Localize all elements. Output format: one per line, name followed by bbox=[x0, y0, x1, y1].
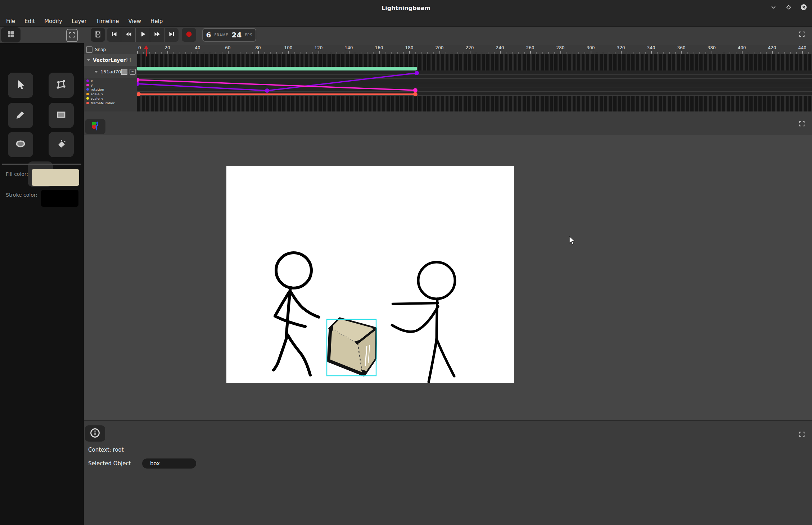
stroke-color-swatch[interactable] bbox=[41, 190, 78, 207]
snap-label: Snap bbox=[95, 47, 106, 52]
keyframe-dot-frameNumber[interactable] bbox=[137, 92, 141, 96]
current-frame-value: 6 bbox=[206, 31, 211, 39]
menu-file[interactable]: File bbox=[1, 16, 20, 27]
lightningbeam-window: Lightningbeam FileEditModifyLayerTimelin… bbox=[0, 0, 812, 525]
record-icon bbox=[185, 30, 193, 40]
layer-name: VectorLayer bbox=[93, 57, 126, 63]
selected-object-label: Selected Object bbox=[88, 460, 131, 467]
selected-object-input[interactable]: box bbox=[142, 458, 196, 469]
object-tilde-button[interactable]: ~ bbox=[130, 69, 136, 75]
expand-icon bbox=[798, 30, 806, 40]
diamond-button[interactable] bbox=[785, 4, 793, 12]
box-object[interactable] bbox=[328, 319, 378, 376]
timeline-grid[interactable]: 0204060801001201401601802002202402602803… bbox=[137, 45, 812, 111]
stroke-color-label: Stroke color: bbox=[6, 192, 37, 198]
film-icon bbox=[93, 29, 103, 40]
keyframe-dot-frameNumber[interactable] bbox=[413, 92, 418, 96]
playhead-stem bbox=[146, 49, 147, 56]
object-color-button[interactable] bbox=[121, 69, 127, 75]
animation-stage[interactable] bbox=[226, 166, 514, 383]
animation-curves bbox=[137, 45, 812, 111]
right-stick-figure[interactable] bbox=[392, 262, 455, 382]
tools-panel-header bbox=[0, 27, 84, 43]
pencil-tool-button[interactable] bbox=[8, 103, 33, 128]
canvas-panel bbox=[84, 111, 812, 420]
paint-bucket-tool-button[interactable] bbox=[49, 132, 74, 157]
menu-timeline[interactable]: Timeline bbox=[91, 16, 124, 27]
menu-view[interactable]: View bbox=[123, 16, 146, 27]
snap-checkbox[interactable] bbox=[86, 46, 93, 53]
close-circle-button[interactable] bbox=[800, 4, 808, 12]
property-dot-icon bbox=[86, 102, 89, 104]
property-row-x[interactable]: x bbox=[84, 78, 137, 83]
expand-icon bbox=[798, 430, 806, 440]
keyframe-dot-x[interactable] bbox=[265, 88, 269, 93]
layers-column: Snap VectorLayer [L] 151ad70a... ~ xyrot… bbox=[84, 45, 137, 111]
shapes-logo-icon bbox=[90, 120, 101, 133]
transform-tool-button[interactable] bbox=[49, 73, 74, 98]
menu-help[interactable]: Help bbox=[146, 16, 167, 27]
skip-to-end-button[interactable] bbox=[164, 28, 179, 42]
chevron-down-button[interactable] bbox=[770, 4, 777, 12]
property-row-frameNumber[interactable]: frameNumber bbox=[84, 101, 137, 105]
collapse-triangle-icon[interactable] bbox=[87, 59, 90, 61]
window-title: Lightningbeam bbox=[0, 0, 812, 16]
play-button[interactable] bbox=[136, 28, 150, 42]
frame-unit-label: FRAME bbox=[214, 33, 228, 37]
chevron-down-icon bbox=[770, 3, 777, 13]
canvas-expand-button[interactable] bbox=[798, 120, 806, 129]
rewind-icon bbox=[124, 30, 133, 40]
fill-color-label: Fill color: bbox=[6, 171, 28, 177]
stage-drawing bbox=[226, 166, 514, 383]
menu-layer[interactable]: Layer bbox=[67, 16, 91, 27]
property-row-scale_x[interactable]: scale_x bbox=[84, 92, 137, 96]
title-bar: Lightningbeam bbox=[0, 0, 812, 16]
inspector-panel: Context: root Selected Object box bbox=[84, 420, 812, 525]
frame-indicator: 6 FRAME 24 FPS bbox=[202, 28, 256, 42]
panel-grid-button[interactable] bbox=[1, 27, 21, 42]
layer-row-vectorlayer[interactable]: VectorLayer [L] bbox=[84, 54, 137, 66]
property-row-y[interactable]: y bbox=[84, 83, 137, 87]
tool-sidebar: Fill color: Stroke color: bbox=[0, 27, 84, 525]
fill-color-swatch[interactable] bbox=[32, 169, 79, 186]
collapse-triangle-icon[interactable] bbox=[94, 71, 98, 73]
timeline-menu-button[interactable] bbox=[91, 28, 105, 42]
keyframe-dot-y[interactable] bbox=[137, 78, 139, 82]
tools-expand-button[interactable] bbox=[66, 29, 78, 42]
rectangle-icon bbox=[55, 109, 67, 122]
canvas-tab-button[interactable] bbox=[85, 119, 105, 134]
rectangle-tool-button[interactable] bbox=[49, 103, 74, 128]
window-controls bbox=[770, 0, 808, 16]
diamond-icon bbox=[785, 3, 793, 13]
skip-to-start-button[interactable] bbox=[107, 28, 121, 42]
object-row-151ad70a[interactable]: 151ad70a... ~ bbox=[84, 66, 137, 78]
keyframe-dot-x[interactable] bbox=[137, 82, 139, 86]
property-dot-icon bbox=[86, 79, 89, 82]
layer-tag: [L] bbox=[126, 58, 131, 62]
property-label: scale_y bbox=[91, 96, 103, 100]
ellipse-icon bbox=[14, 138, 27, 151]
property-dot-icon bbox=[86, 97, 89, 100]
property-label: rotation bbox=[91, 87, 104, 91]
menu-modify[interactable]: Modify bbox=[40, 16, 67, 27]
property-label: frameNumber bbox=[91, 101, 114, 105]
menu-edit[interactable]: Edit bbox=[20, 16, 40, 27]
keyframe-dot-y[interactable] bbox=[413, 88, 418, 92]
property-label: scale_x bbox=[91, 92, 103, 96]
cursor-tool-button[interactable] bbox=[8, 73, 33, 98]
property-row-rotation[interactable]: rotation bbox=[84, 87, 137, 92]
fast-forward-button[interactable] bbox=[150, 28, 164, 42]
inspector-tab-button[interactable] bbox=[85, 425, 105, 442]
record-button[interactable] bbox=[182, 28, 196, 42]
toolbar-divider bbox=[2, 164, 81, 165]
transport-controls bbox=[107, 28, 179, 42]
cursor-icon bbox=[14, 78, 27, 92]
rewind-button[interactable] bbox=[121, 28, 136, 42]
playhead[interactable] bbox=[144, 45, 148, 56]
property-row-scale_y[interactable]: scale_y bbox=[84, 96, 137, 101]
keyframe-dot-x[interactable] bbox=[415, 71, 419, 75]
inspector-expand-button[interactable] bbox=[798, 431, 806, 439]
left-stick-figure[interactable] bbox=[274, 253, 319, 375]
ellipse-tool-button[interactable] bbox=[8, 132, 33, 157]
timeline-expand-button[interactable] bbox=[798, 31, 806, 39]
